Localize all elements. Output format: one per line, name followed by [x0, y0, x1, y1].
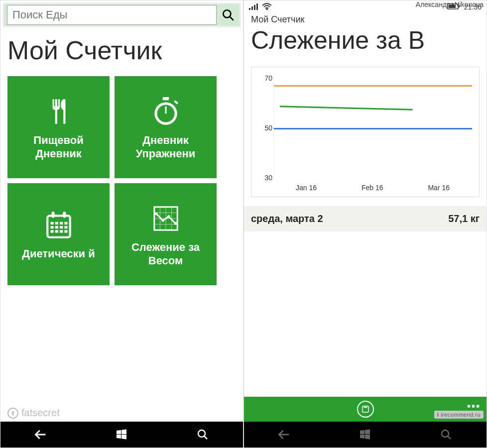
y-tick: 70 [255, 74, 272, 82]
wifi-icon [262, 3, 272, 11]
svg-rect-19 [55, 230, 58, 233]
svg-rect-17 [64, 226, 67, 228]
keyhole-icon [7, 408, 18, 419]
svg-rect-20 [60, 230, 63, 233]
search-icon[interactable] [220, 6, 237, 23]
svg-rect-40 [256, 3, 258, 10]
svg-rect-6 [174, 100, 178, 104]
svg-rect-13 [64, 222, 67, 224]
svg-rect-37 [249, 8, 250, 10]
chart-line-lower [274, 128, 472, 129]
tile-diet-calendar[interactable]: Диетически й [7, 183, 110, 285]
phone-screen-1: Мой Счетчик Пищевой Дневник [0, 0, 244, 448]
nav-bar [244, 422, 487, 448]
tile-exercise-diary[interactable]: Дневник Упражнени [115, 76, 217, 178]
search-bar [2, 2, 241, 27]
svg-point-32 [174, 222, 177, 225]
watermark-site: i irecommend.ru [434, 411, 484, 419]
search-button[interactable] [193, 425, 213, 445]
watermark-username: АлександраNikonova [416, 0, 484, 8]
svg-point-31 [167, 215, 170, 218]
brand-logo: fatsecret [7, 407, 60, 419]
signal-icon [249, 3, 259, 11]
tile-label: Пищевой Дневник [12, 134, 105, 160]
svg-rect-38 [251, 6, 253, 10]
entry-date: среда, марта 2 [251, 213, 323, 224]
y-tick: 50 [255, 124, 272, 132]
svg-rect-18 [50, 230, 53, 233]
tile-grid: Пищевой Дневник Дневник Упражнени [0, 71, 243, 285]
weight-entry-row[interactable]: среда, марта 2 57,1 кг [244, 206, 487, 231]
svg-rect-14 [50, 226, 53, 228]
svg-rect-39 [254, 5, 255, 10]
tile-food-diary[interactable]: Пищевой Дневник [7, 76, 110, 178]
svg-line-45 [280, 107, 413, 110]
nav-bar [0, 422, 243, 448]
tile-label: Слежение за Весом [120, 241, 212, 267]
svg-line-36 [204, 436, 207, 439]
scale-button[interactable] [357, 401, 374, 418]
svg-rect-21 [64, 230, 67, 233]
page-title: Слежение за В [244, 25, 487, 59]
y-tick: 30 [255, 174, 272, 182]
x-tick: Feb 16 [362, 184, 383, 194]
calendar-icon [41, 208, 76, 242]
tile-weight-tracking[interactable]: Слежение за Весом [115, 183, 217, 285]
svg-point-0 [223, 10, 231, 17]
x-tick: Jan 16 [296, 184, 317, 194]
fork-knife-icon [41, 94, 76, 129]
svg-rect-16 [60, 226, 63, 228]
brand-text: fatsecret [21, 407, 60, 419]
search-button[interactable] [436, 425, 456, 445]
svg-rect-8 [51, 212, 54, 218]
chart-x-axis: Jan 16 Feb 16 Mar 16 [273, 184, 472, 194]
entry-weight: 57,1 кг [448, 213, 480, 224]
weight-chart[interactable]: 70 50 30 Jan 16 Feb 16 Mar 16 [251, 67, 480, 197]
phone-screen-2: АлександраNikonova 21:36 Мой Счетчик Сле… [244, 0, 487, 448]
svg-rect-10 [50, 222, 53, 224]
svg-point-30 [161, 219, 164, 222]
chart-y-axis: 70 50 30 [255, 74, 272, 182]
chart-plot [273, 74, 472, 182]
back-button[interactable] [274, 425, 294, 445]
svg-point-35 [198, 430, 205, 437]
chart-icon [148, 201, 183, 236]
svg-line-1 [230, 16, 234, 20]
svg-rect-15 [55, 226, 58, 228]
breadcrumb: Мой Счетчик [244, 12, 487, 25]
svg-rect-2 [162, 97, 168, 100]
tile-label: Диетически й [22, 247, 95, 260]
svg-rect-11 [55, 222, 58, 224]
windows-button[interactable] [355, 425, 375, 445]
windows-button[interactable] [112, 425, 131, 445]
search-input[interactable] [7, 5, 217, 25]
svg-point-29 [154, 213, 157, 216]
svg-point-49 [442, 430, 449, 437]
svg-point-41 [266, 9, 267, 10]
svg-line-50 [448, 436, 451, 439]
svg-rect-12 [60, 222, 63, 224]
x-tick: Mar 16 [428, 184, 450, 194]
tile-label: Дневник Упражнени [120, 134, 212, 160]
stopwatch-icon [148, 94, 183, 129]
back-button[interactable] [31, 425, 51, 445]
svg-rect-9 [63, 212, 66, 218]
page-title: Мой Счетчик [0, 29, 243, 71]
